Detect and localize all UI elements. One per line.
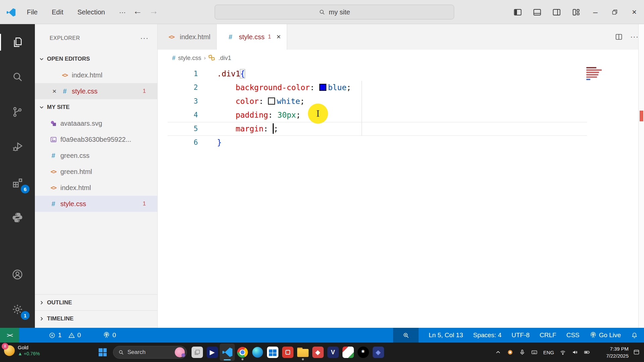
activity-search-icon[interactable]: [0, 67, 35, 86]
encoding[interactable]: UTF-8: [512, 331, 530, 339]
menu-selection[interactable]: Selection: [73, 6, 110, 18]
code-text[interactable]: margin: ;: [217, 122, 278, 136]
command-center-search[interactable]: my site: [215, 5, 454, 19]
language-mode[interactable]: CSS: [566, 331, 579, 339]
color-swatch[interactable]: [268, 98, 275, 105]
remote-indicator[interactable]: ><: [0, 328, 19, 343]
wifi-icon[interactable]: [559, 349, 566, 356]
section-open-editors[interactable]: OPEN EDITORS: [35, 51, 157, 67]
code-token[interactable]: :: [259, 97, 268, 106]
restore-button[interactable]: [605, 0, 625, 24]
toggle-panel-icon[interactable]: [527, 0, 547, 24]
taskbar-v-app-icon[interactable]: V: [325, 344, 340, 361]
split-editor-icon[interactable]: [615, 33, 623, 41]
taskbar-clock[interactable]: 7:39 PM 7/22/2025: [606, 345, 629, 359]
code-token[interactable]: :: [263, 124, 273, 133]
code-line[interactable]: 4 padding: 30px;: [168, 108, 587, 122]
open-editor-item[interactable]: ×#style.css1: [35, 83, 157, 99]
taskbar-red-app-icon[interactable]: [280, 344, 295, 361]
code-line[interactable]: 5 margin: ;: [168, 122, 587, 136]
file-item[interactable]: #green.css: [35, 147, 157, 164]
customize-layout-icon[interactable]: [566, 0, 586, 24]
code-token[interactable]: ;: [346, 83, 351, 92]
section-outline[interactable]: OUTLINE: [35, 294, 157, 310]
file-item[interactable]: <>index.html: [35, 180, 157, 196]
breadcrumb-symbol[interactable]: .div1: [218, 55, 231, 62]
code-token[interactable]: white: [277, 97, 300, 106]
code-line[interactable]: 3 color: white;: [168, 95, 587, 108]
touch-keyboard-icon[interactable]: [531, 349, 538, 356]
language-indicator[interactable]: ENG: [543, 350, 554, 355]
volume-icon[interactable]: [572, 349, 578, 356]
code-token[interactable]: }: [217, 138, 222, 147]
problems-indicator[interactable]: 1 0: [49, 331, 81, 339]
code-token[interactable]: [217, 83, 235, 92]
code-text[interactable]: }: [217, 136, 222, 149]
code-token[interactable]: padding: [235, 111, 268, 119]
close-editor-icon[interactable]: ×: [52, 87, 60, 95]
activity-source-control-icon[interactable]: [0, 102, 35, 122]
toggle-secondary-sidebar-icon[interactable]: [547, 0, 566, 24]
nav-forward-button[interactable]: →: [148, 6, 160, 16]
tab-index-html[interactable]: <>index.html: [158, 24, 217, 50]
code-token[interactable]: color: [235, 97, 259, 106]
code-line[interactable]: 1.div1{: [168, 67, 587, 81]
weather-widget[interactable]: 8 Gold ▲ +0.76%: [4, 345, 40, 357]
code-token[interactable]: [217, 97, 235, 106]
menu-file[interactable]: File: [22, 6, 42, 18]
section-my-site[interactable]: MY SITE: [35, 99, 157, 115]
taskbar-search[interactable]: Search: [113, 346, 187, 359]
taskbar-blue-app-icon[interactable]: ◈: [371, 344, 386, 361]
open-editor-item[interactable]: <>index.html: [35, 67, 157, 83]
code-token[interactable]: background-color: [235, 83, 310, 92]
file-item[interactable]: #style.css1: [35, 196, 157, 212]
notification-center-icon[interactable]: [633, 349, 640, 357]
minimize-button[interactable]: –: [586, 0, 605, 24]
eol-sequence[interactable]: CRLF: [540, 331, 556, 339]
activity-python-icon[interactable]: [0, 208, 35, 227]
zoom-indicator[interactable]: [393, 328, 419, 343]
code-text[interactable]: color: white;: [217, 95, 305, 108]
code-token[interactable]: ;: [300, 97, 305, 106]
code-text[interactable]: padding: 30px;: [217, 108, 301, 122]
activity-settings-icon[interactable]: 1: [0, 300, 35, 319]
code-token[interactable]: blue: [328, 83, 346, 92]
code-token[interactable]: :: [268, 111, 277, 119]
code-token[interactable]: [217, 124, 235, 133]
tab-style-css[interactable]: #style.css1×: [217, 24, 287, 50]
code-text[interactable]: .div1{: [217, 67, 245, 81]
taskbar-diamond-app-icon[interactable]: ◆: [310, 344, 325, 361]
taskbar-chrome-icon[interactable]: [235, 344, 250, 361]
code-line[interactable]: 6}: [168, 136, 587, 149]
taskbar-microsoft-store-icon[interactable]: [265, 344, 280, 361]
code-token[interactable]: margin: [235, 124, 263, 133]
activity-run-debug-icon[interactable]: [0, 137, 35, 157]
more-actions-icon[interactable]: ···: [630, 33, 639, 41]
menu-[interactable]: ···: [114, 6, 130, 18]
code-token[interactable]: ;: [296, 111, 301, 119]
taskbar-edge-icon[interactable]: [250, 344, 265, 361]
overview-ruler[interactable]: [638, 24, 644, 328]
code-token[interactable]: 30px: [277, 111, 296, 119]
breadcrumb[interactable]: # style.css › .div1: [158, 50, 644, 66]
hidden-icons-chevron[interactable]: [495, 349, 501, 356]
taskbar-photos-app-icon[interactable]: [190, 344, 205, 361]
microphone-icon[interactable]: [519, 349, 526, 356]
code-text[interactable]: background-color: blue;: [217, 81, 351, 95]
nav-back-button[interactable]: ←: [131, 6, 144, 16]
cursor-position[interactable]: Ln 5, Col 13: [429, 331, 463, 339]
minimap[interactable]: [586, 67, 605, 81]
code-editor[interactable]: 1.div1{2 background-color: blue;3 color:…: [168, 67, 587, 149]
copilot-icon[interactable]: [507, 349, 514, 356]
indentation[interactable]: Spaces: 4: [473, 331, 501, 339]
code-token[interactable]: [217, 111, 235, 119]
file-item[interactable]: avataaars.svg: [35, 115, 157, 131]
code-token[interactable]: :: [310, 83, 319, 92]
taskbar-media-app-icon[interactable]: ▶: [205, 344, 220, 361]
notifications-bell-icon[interactable]: [631, 332, 638, 339]
breadcrumb-file[interactable]: style.css: [178, 55, 201, 62]
activity-extensions-icon[interactable]: 6: [0, 173, 35, 193]
close-button[interactable]: ×: [625, 0, 644, 24]
file-item[interactable]: f0a9eab3630be95922...: [35, 131, 157, 147]
color-swatch[interactable]: [319, 84, 326, 91]
